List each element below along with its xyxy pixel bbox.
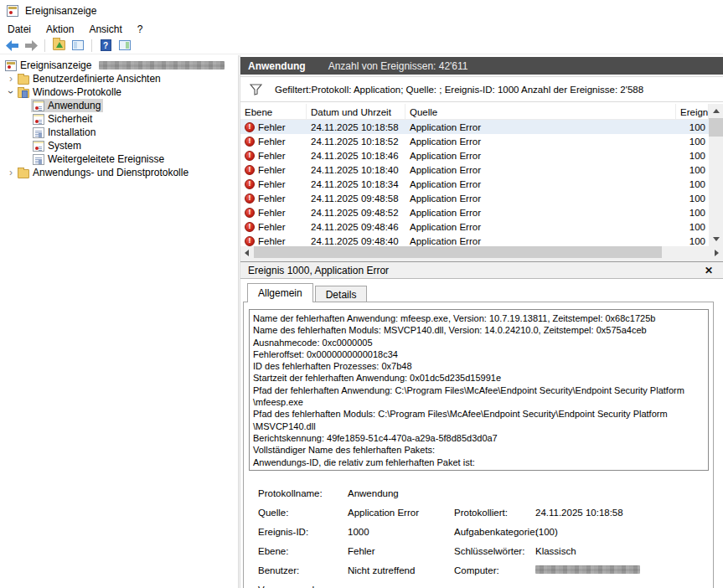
- menu-datei[interactable]: Datei: [0, 23, 39, 36]
- filter-bar[interactable]: Gefiltert:Protokoll: Application; Quelle…: [240, 76, 723, 102]
- cell-event-id: 100: [676, 177, 709, 191]
- menubar: Datei Aktion Ansicht ?: [0, 22, 723, 37]
- tree-item-icon: [18, 75, 29, 85]
- table-row[interactable]: !Fehler 24.11.2025 10:18:40 Application …: [240, 162, 709, 177]
- cell-event-id: 100: [676, 148, 709, 162]
- show-action-pane-button[interactable]: [117, 39, 132, 53]
- field-label: Protokolliert:: [454, 508, 508, 518]
- tab-details[interactable]: Details: [315, 286, 368, 302]
- table-row[interactable]: !Fehler 24.11.2025 10:18:46 Application …: [240, 148, 709, 162]
- scroll-up-icon[interactable]: [713, 109, 720, 113]
- tree-item[interactable]: › Anwendungs- und Dienstprotokolle: [0, 166, 238, 179]
- tree-item[interactable]: › Windows-Protokolle: [0, 85, 238, 99]
- menu-aktion[interactable]: Aktion: [39, 23, 81, 36]
- table-row[interactable]: !Fehler 24.11.2025 10:18:58 Application …: [240, 120, 709, 134]
- table-row[interactable]: !Fehler 24.11.2025 09:48:46 Application …: [240, 219, 709, 234]
- horizontal-scroll-thumb[interactable]: [254, 246, 662, 258]
- cell-event-id: 100: [676, 205, 709, 219]
- chevron-icon[interactable]: ›: [5, 73, 17, 85]
- tree-item[interactable]: System: [0, 139, 238, 152]
- vertical-scrollbar[interactable]: [709, 104, 723, 246]
- field-value: Application Error: [348, 508, 419, 518]
- tree-item[interactable]: Anwendung: [0, 99, 238, 112]
- back-button[interactable]: [4, 39, 19, 53]
- horizontal-scrollbar[interactable]: [240, 246, 723, 258]
- cell-datetime: 24.11.2025 09:48:52: [307, 205, 405, 219]
- field-row: Protokollname: Anwendung: [244, 488, 715, 502]
- cell-source: Application Error: [405, 191, 676, 205]
- preview-title: Ereignis 1000, Application Error: [248, 265, 389, 276]
- tree-item[interactable]: Weitergeleitete Ereignisse: [0, 152, 238, 166]
- scroll-down-icon[interactable]: [713, 237, 720, 241]
- cell-event-id: 100: [676, 191, 709, 205]
- forward-icon: [25, 40, 38, 51]
- field-value: Fehler: [348, 546, 375, 556]
- field-row: Vorgangscode:: [244, 585, 715, 588]
- tree-item-label: Anwendung: [48, 100, 101, 111]
- field-value: Nicht zutreffend: [348, 565, 415, 575]
- field-value: 24.11.2025 10:18:58: [535, 508, 623, 518]
- tree-item-icon: [33, 114, 44, 125]
- cell-source: Application Error: [405, 148, 676, 162]
- table-row[interactable]: !Fehler 24.11.2025 09:48:40 Application …: [240, 234, 709, 246]
- preview-header: Ereignis 1000, Application Error ✕: [240, 261, 723, 279]
- menu-ansicht[interactable]: Ansicht: [81, 23, 129, 36]
- column-header-datum[interactable]: Datum und Uhrzeit: [307, 104, 405, 120]
- table-row[interactable]: !Fehler 24.11.2025 09:48:58 Application …: [240, 191, 709, 205]
- field-label: Protokollname:: [258, 488, 323, 498]
- field-label: Quelle:: [258, 508, 288, 518]
- column-header-ebene[interactable]: Ebene: [240, 104, 307, 120]
- menu-help[interactable]: ?: [130, 23, 151, 36]
- action-pane-icon: [119, 40, 131, 50]
- tab-content: Name der fehlerhaften Anwendung: mfeesp.…: [243, 302, 714, 588]
- help-icon: ?: [101, 39, 111, 51]
- tree-item[interactable]: Installation: [0, 126, 238, 139]
- redacted-text: [535, 565, 640, 574]
- tree-item-icon: [33, 141, 44, 152]
- error-level-icon: !: [245, 208, 255, 218]
- column-header-quelle[interactable]: Quelle: [405, 104, 676, 120]
- scroll-left-icon[interactable]: [245, 250, 249, 256]
- export-button[interactable]: [51, 39, 66, 53]
- field-value: 1000: [348, 527, 369, 537]
- cell-source: Application Error: [405, 205, 676, 219]
- error-level-icon: !: [245, 179, 255, 189]
- field-label: Computer:: [454, 565, 499, 575]
- forward-button[interactable]: [23, 39, 39, 53]
- toolbar: ?: [0, 37, 723, 54]
- vertical-scroll-thumb[interactable]: [709, 118, 723, 137]
- field-value: Anwendung: [348, 488, 399, 498]
- help-button[interactable]: ?: [98, 39, 113, 53]
- field-label: Ereignis-ID:: [258, 527, 308, 537]
- cell-event-id: 100: [676, 162, 709, 177]
- field-label: Vorgangscode:: [258, 585, 323, 588]
- error-level-icon: !: [245, 193, 255, 204]
- tree-item-icon: [33, 127, 44, 138]
- cell-source: Application Error: [405, 120, 676, 134]
- preview-tabs: Allgemein Details: [247, 283, 367, 302]
- error-level-icon: !: [245, 137, 255, 147]
- tree-item-icon: [5, 60, 17, 71]
- cell-datetime: 24.11.2025 10:18:58: [307, 120, 405, 134]
- tree-item[interactable]: Sicherheit: [0, 112, 238, 126]
- field-label: Schlüsselwörter:: [454, 546, 524, 556]
- show-console-tree-button[interactable]: [70, 39, 85, 53]
- tab-allgemein[interactable]: Allgemein: [247, 283, 313, 302]
- column-header-ereignis-id[interactable]: Ereigni.: [676, 104, 709, 120]
- log-header-bar: Anwendung Anzahl von Ereignissen: 42'611: [240, 57, 723, 75]
- chevron-icon[interactable]: ›: [5, 167, 17, 178]
- close-icon[interactable]: ✕: [702, 265, 715, 276]
- table-row[interactable]: !Fehler 24.11.2025 10:18:52 Application …: [240, 134, 709, 148]
- event-list: Ebene Datum und Uhrzeit Quelle Ereigni. …: [240, 104, 723, 258]
- tree-item[interactable]: Ereignisanzeige: [0, 59, 238, 72]
- scroll-right-icon[interactable]: [715, 250, 719, 256]
- tree-item-label: System: [48, 140, 81, 152]
- error-level-icon: !: [245, 122, 255, 132]
- chevron-icon[interactable]: ›: [5, 86, 17, 98]
- cell-datetime: 24.11.2025 10:18:34: [307, 177, 405, 191]
- tree-item[interactable]: › Benutzerdefinierte Ansichten: [0, 72, 238, 85]
- table-row[interactable]: !Fehler 24.11.2025 10:18:34 Application …: [240, 177, 709, 191]
- table-row[interactable]: !Fehler 24.11.2025 09:48:52 Application …: [240, 205, 709, 219]
- cell-level: Fehler: [258, 208, 286, 218]
- error-level-icon: !: [245, 236, 255, 246]
